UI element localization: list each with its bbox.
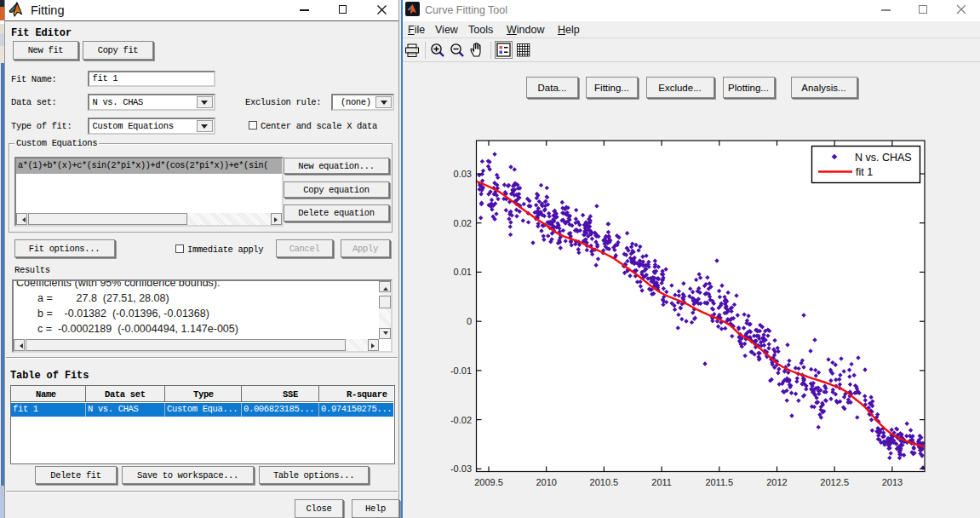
svg-text:0: 0 — [467, 316, 472, 326]
svg-text:2010.5: 2010.5 — [590, 477, 619, 487]
svg-text:2010: 2010 — [536, 477, 556, 487]
svg-text:2011: 2011 — [651, 477, 672, 487]
svg-text:N vs. CHAS: N vs. CHAS — [855, 152, 912, 164]
svg-text:2009.5: 2009.5 — [474, 477, 503, 487]
svg-text:0.03: 0.03 — [454, 169, 472, 179]
svg-text:-0.01: -0.01 — [450, 365, 472, 376]
svg-text:2012.5: 2012.5 — [820, 477, 849, 487]
svg-text:0.02: 0.02 — [454, 218, 472, 228]
svg-text:2011.5: 2011.5 — [705, 477, 733, 487]
svg-text:0.01: 0.01 — [454, 267, 472, 277]
svg-text:2013: 2013 — [882, 477, 903, 487]
svg-text:-0.03: -0.03 — [450, 463, 472, 474]
svg-text:2012: 2012 — [766, 477, 787, 487]
svg-text:fit 1: fit 1 — [856, 166, 873, 178]
svg-text:-0.02: -0.02 — [450, 415, 472, 425]
